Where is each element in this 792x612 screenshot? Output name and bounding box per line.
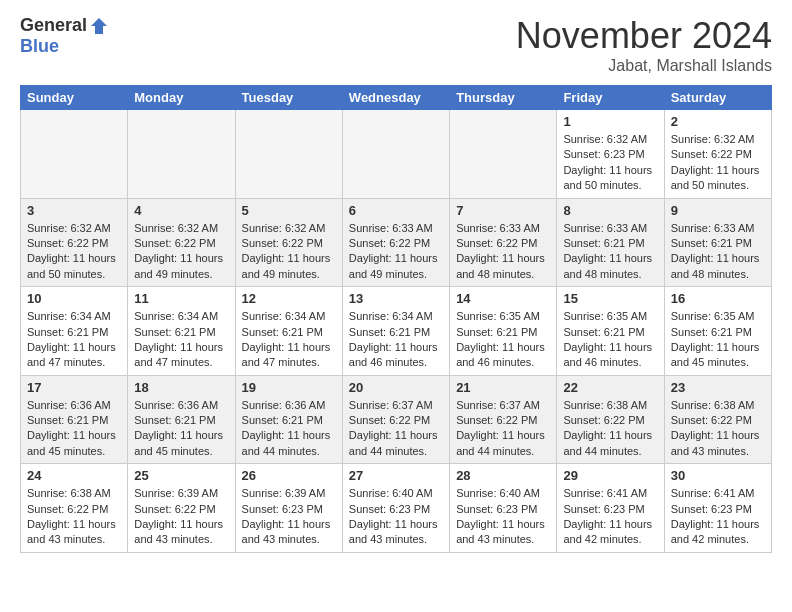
day-number: 23 — [671, 380, 765, 395]
day-number: 6 — [349, 203, 443, 218]
day-info: Sunrise: 6:35 AM Sunset: 6:21 PM Dayligh… — [456, 309, 550, 371]
day-info: Sunrise: 6:32 AM Sunset: 6:23 PM Dayligh… — [563, 132, 657, 194]
day-info: Sunrise: 6:36 AM Sunset: 6:21 PM Dayligh… — [242, 398, 336, 460]
day-number: 13 — [349, 291, 443, 306]
day-info: Sunrise: 6:37 AM Sunset: 6:22 PM Dayligh… — [349, 398, 443, 460]
calendar: SundayMondayTuesdayWednesdayThursdayFrid… — [20, 85, 772, 553]
calendar-cell: 16Sunrise: 6:35 AM Sunset: 6:21 PM Dayli… — [664, 287, 771, 376]
calendar-cell: 23Sunrise: 6:38 AM Sunset: 6:22 PM Dayli… — [664, 375, 771, 464]
svg-marker-0 — [91, 18, 107, 34]
day-number: 2 — [671, 114, 765, 129]
day-info: Sunrise: 6:32 AM Sunset: 6:22 PM Dayligh… — [242, 221, 336, 283]
calendar-cell: 14Sunrise: 6:35 AM Sunset: 6:21 PM Dayli… — [450, 287, 557, 376]
weekday-header: Sunday — [21, 86, 128, 110]
day-number: 5 — [242, 203, 336, 218]
day-number: 10 — [27, 291, 121, 306]
day-info: Sunrise: 6:41 AM Sunset: 6:23 PM Dayligh… — [671, 486, 765, 548]
calendar-cell: 2Sunrise: 6:32 AM Sunset: 6:22 PM Daylig… — [664, 110, 771, 199]
calendar-cell: 29Sunrise: 6:41 AM Sunset: 6:23 PM Dayli… — [557, 464, 664, 553]
day-info: Sunrise: 6:33 AM Sunset: 6:22 PM Dayligh… — [349, 221, 443, 283]
day-info: Sunrise: 6:34 AM Sunset: 6:21 PM Dayligh… — [134, 309, 228, 371]
day-info: Sunrise: 6:33 AM Sunset: 6:21 PM Dayligh… — [563, 221, 657, 283]
calendar-cell — [21, 110, 128, 199]
calendar-cell: 15Sunrise: 6:35 AM Sunset: 6:21 PM Dayli… — [557, 287, 664, 376]
day-info: Sunrise: 6:40 AM Sunset: 6:23 PM Dayligh… — [456, 486, 550, 548]
calendar-cell — [450, 110, 557, 199]
day-info: Sunrise: 6:32 AM Sunset: 6:22 PM Dayligh… — [134, 221, 228, 283]
day-number: 1 — [563, 114, 657, 129]
calendar-cell: 5Sunrise: 6:32 AM Sunset: 6:22 PM Daylig… — [235, 198, 342, 287]
calendar-cell: 11Sunrise: 6:34 AM Sunset: 6:21 PM Dayli… — [128, 287, 235, 376]
calendar-cell: 13Sunrise: 6:34 AM Sunset: 6:21 PM Dayli… — [342, 287, 449, 376]
calendar-cell: 18Sunrise: 6:36 AM Sunset: 6:21 PM Dayli… — [128, 375, 235, 464]
calendar-cell: 1Sunrise: 6:32 AM Sunset: 6:23 PM Daylig… — [557, 110, 664, 199]
day-info: Sunrise: 6:38 AM Sunset: 6:22 PM Dayligh… — [27, 486, 121, 548]
month-title: November 2024 — [516, 15, 772, 57]
day-info: Sunrise: 6:32 AM Sunset: 6:22 PM Dayligh… — [671, 132, 765, 194]
day-info: Sunrise: 6:39 AM Sunset: 6:22 PM Dayligh… — [134, 486, 228, 548]
day-info: Sunrise: 6:33 AM Sunset: 6:22 PM Dayligh… — [456, 221, 550, 283]
day-number: 17 — [27, 380, 121, 395]
calendar-cell: 4Sunrise: 6:32 AM Sunset: 6:22 PM Daylig… — [128, 198, 235, 287]
day-info: Sunrise: 6:34 AM Sunset: 6:21 PM Dayligh… — [27, 309, 121, 371]
calendar-cell: 10Sunrise: 6:34 AM Sunset: 6:21 PM Dayli… — [21, 287, 128, 376]
logo: General Blue — [20, 15, 109, 57]
calendar-week-row: 1Sunrise: 6:32 AM Sunset: 6:23 PM Daylig… — [21, 110, 772, 199]
calendar-cell: 12Sunrise: 6:34 AM Sunset: 6:21 PM Dayli… — [235, 287, 342, 376]
calendar-cell: 30Sunrise: 6:41 AM Sunset: 6:23 PM Dayli… — [664, 464, 771, 553]
header: General Blue November 2024 Jabat, Marsha… — [20, 15, 772, 75]
day-info: Sunrise: 6:38 AM Sunset: 6:22 PM Dayligh… — [671, 398, 765, 460]
logo-general: General — [20, 15, 87, 36]
day-info: Sunrise: 6:34 AM Sunset: 6:21 PM Dayligh… — [349, 309, 443, 371]
location: Jabat, Marshall Islands — [516, 57, 772, 75]
calendar-cell: 27Sunrise: 6:40 AM Sunset: 6:23 PM Dayli… — [342, 464, 449, 553]
calendar-cell: 20Sunrise: 6:37 AM Sunset: 6:22 PM Dayli… — [342, 375, 449, 464]
day-info: Sunrise: 6:33 AM Sunset: 6:21 PM Dayligh… — [671, 221, 765, 283]
day-number: 28 — [456, 468, 550, 483]
weekday-header: Tuesday — [235, 86, 342, 110]
logo-blue: Blue — [20, 36, 109, 57]
calendar-cell: 7Sunrise: 6:33 AM Sunset: 6:22 PM Daylig… — [450, 198, 557, 287]
calendar-week-row: 10Sunrise: 6:34 AM Sunset: 6:21 PM Dayli… — [21, 287, 772, 376]
calendar-week-row: 17Sunrise: 6:36 AM Sunset: 6:21 PM Dayli… — [21, 375, 772, 464]
day-number: 15 — [563, 291, 657, 306]
calendar-cell: 22Sunrise: 6:38 AM Sunset: 6:22 PM Dayli… — [557, 375, 664, 464]
weekday-header: Saturday — [664, 86, 771, 110]
day-number: 29 — [563, 468, 657, 483]
day-number: 7 — [456, 203, 550, 218]
day-number: 3 — [27, 203, 121, 218]
calendar-cell: 6Sunrise: 6:33 AM Sunset: 6:22 PM Daylig… — [342, 198, 449, 287]
calendar-cell: 19Sunrise: 6:36 AM Sunset: 6:21 PM Dayli… — [235, 375, 342, 464]
day-number: 26 — [242, 468, 336, 483]
logo-icon — [89, 16, 109, 36]
day-number: 21 — [456, 380, 550, 395]
calendar-cell: 24Sunrise: 6:38 AM Sunset: 6:22 PM Dayli… — [21, 464, 128, 553]
day-number: 19 — [242, 380, 336, 395]
calendar-cell: 17Sunrise: 6:36 AM Sunset: 6:21 PM Dayli… — [21, 375, 128, 464]
day-number: 20 — [349, 380, 443, 395]
day-number: 30 — [671, 468, 765, 483]
calendar-cell: 25Sunrise: 6:39 AM Sunset: 6:22 PM Dayli… — [128, 464, 235, 553]
day-info: Sunrise: 6:40 AM Sunset: 6:23 PM Dayligh… — [349, 486, 443, 548]
day-number: 27 — [349, 468, 443, 483]
weekday-header: Thursday — [450, 86, 557, 110]
day-info: Sunrise: 6:38 AM Sunset: 6:22 PM Dayligh… — [563, 398, 657, 460]
day-info: Sunrise: 6:41 AM Sunset: 6:23 PM Dayligh… — [563, 486, 657, 548]
day-info: Sunrise: 6:32 AM Sunset: 6:22 PM Dayligh… — [27, 221, 121, 283]
calendar-cell: 3Sunrise: 6:32 AM Sunset: 6:22 PM Daylig… — [21, 198, 128, 287]
calendar-cell: 8Sunrise: 6:33 AM Sunset: 6:21 PM Daylig… — [557, 198, 664, 287]
day-number: 9 — [671, 203, 765, 218]
weekday-header: Monday — [128, 86, 235, 110]
weekday-header-row: SundayMondayTuesdayWednesdayThursdayFrid… — [21, 86, 772, 110]
weekday-header: Friday — [557, 86, 664, 110]
calendar-cell: 26Sunrise: 6:39 AM Sunset: 6:23 PM Dayli… — [235, 464, 342, 553]
day-number: 11 — [134, 291, 228, 306]
calendar-cell — [342, 110, 449, 199]
day-number: 16 — [671, 291, 765, 306]
calendar-cell — [128, 110, 235, 199]
calendar-cell: 28Sunrise: 6:40 AM Sunset: 6:23 PM Dayli… — [450, 464, 557, 553]
day-info: Sunrise: 6:34 AM Sunset: 6:21 PM Dayligh… — [242, 309, 336, 371]
title-area: November 2024 Jabat, Marshall Islands — [516, 15, 772, 75]
calendar-cell: 9Sunrise: 6:33 AM Sunset: 6:21 PM Daylig… — [664, 198, 771, 287]
day-info: Sunrise: 6:37 AM Sunset: 6:22 PM Dayligh… — [456, 398, 550, 460]
